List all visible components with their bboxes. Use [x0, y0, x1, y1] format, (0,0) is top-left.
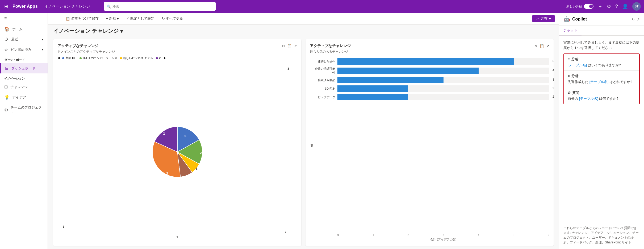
bar-value-1: 4 — [553, 69, 554, 72]
question-icon: ⊙ — [568, 90, 571, 96]
home-icon: 🏠 — [4, 27, 10, 32]
suggestion-link-2[interactable]: [テーブル名] — [579, 97, 598, 101]
expand-card1-icon[interactable]: ↗ — [294, 44, 297, 48]
bar-fill-4 — [337, 94, 408, 100]
suggestion-item-1[interactable]: ≡ 分析 先週作成した [テーブル名] はどれですか? — [564, 71, 639, 87]
copilot-header-actions: ↻ ↗ — [632, 17, 640, 21]
suggestion-link-1[interactable]: [テーブル名] — [589, 80, 609, 84]
suggestion-type-2: ⊙ 質問 — [568, 90, 635, 96]
copilot-tabs: チャット — [559, 26, 644, 36]
new-button[interactable]: + 新規 ▾ — [103, 15, 122, 22]
app-brand: Power Apps — [12, 4, 38, 9]
suggestion-link-0[interactable]: [テーブル名] — [568, 63, 587, 67]
bar-value-4: 2 — [553, 95, 554, 98]
sidebar-item-recent[interactable]: ⏱ 最近 ▾ — [0, 34, 48, 44]
refresh-card2-icon[interactable]: ↻ — [534, 44, 537, 48]
bar-chart-inner: 連携した操作 5 企業の持続可能性 4 接続済み製品 3 3D 印刷 2 ビッグ… — [314, 56, 549, 242]
pie-label-3: 3 — [287, 67, 289, 70]
card1-header: アクティブなチャレンジ ↻ 📋 ↗ — [57, 44, 297, 48]
sidebar-section-dashboard: ダッシュボード — [0, 55, 48, 63]
legend-item-2: 新しいビジネス モデル — [120, 56, 153, 60]
sidebar-collapse-btn[interactable]: ≡ — [0, 13, 48, 24]
sidebar-section-innovation: イノベーション — [0, 73, 48, 82]
back-button[interactable]: ← — [52, 15, 61, 22]
sidebar-item-pinned[interactable]: ☆ ピン留め済み ▾ — [0, 44, 48, 55]
bar-track-2: 3 — [337, 77, 549, 83]
svg-text:3: 3 — [184, 134, 186, 138]
copilot-header: 🤖 Copilot ↻ ↗ — [559, 13, 644, 26]
sidebar-item-dashboard[interactable]: ⊞ ダッシュボード — [0, 63, 48, 73]
sidebar-recent-label: 最近 — [11, 37, 18, 42]
suggestion-text-2: 自分の [テーブル名] は何ですか? — [568, 96, 635, 101]
sidebar-item-idea[interactable]: 💡 アイデア — [0, 92, 48, 102]
x-axis: 0 1 2 3 4 5 6 — [314, 233, 549, 236]
pie-label-1b: 1 — [176, 236, 178, 239]
legend-item-3: C — [156, 56, 161, 60]
page-title-bar: イノベーション チャレンジ ▾ — [48, 25, 559, 36]
copilot-intro: 実際に利用してみましょう。まず最初に以下の提案から１つを選択してください — [563, 40, 640, 50]
add-icon[interactable]: ＋ — [598, 3, 603, 10]
copilot-refresh-icon[interactable]: ↻ — [632, 17, 635, 21]
legend-dot-0 — [62, 57, 64, 59]
pie-label-2: 2 — [285, 230, 286, 234]
bar-fill-1 — [337, 68, 479, 74]
card2-title: アクティブなチャレンジ — [310, 44, 351, 48]
copilot-body: 実際に利用してみましょう。まず最初に以下の提案から１つを選択してください ≡ 分… — [559, 36, 644, 226]
sidebar-dashboard-label: ダッシュボード — [11, 66, 35, 71]
expand-card2-icon[interactable]: ↗ — [546, 44, 549, 48]
dashboard-icon: ⊞ — [5, 66, 9, 71]
sidebar-challenge-label: チャレンジ — [10, 85, 28, 89]
sidebar-item-challenge[interactable]: ⊞ チャレンジ — [0, 82, 48, 92]
help-icon[interactable]: ? — [615, 4, 618, 9]
bar-chart: 連携した操作 5 企業の持続可能性 4 接続済み製品 3 3D 印刷 2 ビッグ… — [314, 56, 549, 233]
set-default-button[interactable]: ✓ 既定として設定 — [124, 15, 157, 22]
share-icon: ↗ — [536, 17, 539, 21]
y-axis-label-container: 課題 — [310, 56, 314, 242]
chevron-share-icon: ▾ — [549, 17, 551, 21]
tab-chat[interactable]: チャット — [559, 26, 582, 35]
nav-actions: 新しい外観 ＋ ⚙ ? 👤 ST — [566, 2, 641, 11]
sidebar-item-home[interactable]: 🏠 ホーム — [0, 24, 48, 34]
card-active-challenges-pie: アクティブなチャレンジ ↻ 📋 ↗ ドメインごとのアクティブなチャレンジ ◀ 産… — [53, 39, 301, 246]
pie-chart-container: 3 2 1 2 1 3 1 2 1 — [57, 62, 297, 242]
copilot-expand-icon[interactable]: ↗ — [637, 17, 640, 21]
legend-nav-prev[interactable]: ◀ — [57, 56, 60, 60]
chevron-title-icon[interactable]: ▾ — [120, 28, 123, 34]
share-button[interactable]: ↗ 共有 ▾ — [532, 15, 555, 22]
search-input[interactable] — [112, 5, 213, 9]
page-title: イノベーション チャレンジ ▾ — [53, 27, 554, 35]
card2-icons: ↻ 📋 ↗ — [534, 44, 549, 48]
refresh-all-button[interactable]: ↻ すべて更新 — [159, 15, 186, 22]
bar-track-4: 2 — [337, 94, 549, 100]
bar-row-1: 企業の持続可能性 4 — [314, 67, 549, 75]
refresh-card1-icon[interactable]: ↻ — [282, 44, 285, 48]
sidebar-team-label: チームのプロジェクト — [11, 105, 43, 115]
copilot-title: 🤖 Copilot — [563, 16, 587, 22]
legend-nav-next[interactable]: ▶ — [164, 56, 166, 60]
dashboard-content: アクティブなチャレンジ ↻ 📋 ↗ ドメインごとのアクティブなチャレンジ ◀ 産… — [48, 36, 559, 249]
settings-icon[interactable]: ⚙ — [607, 3, 611, 9]
avatar[interactable]: ST — [632, 2, 641, 11]
save-button[interactable]: 📋 名前をつけて保存 — [63, 15, 101, 22]
toggle-track[interactable] — [584, 4, 593, 9]
pin-icon: ☆ — [4, 47, 8, 52]
sidebar-pinned-label: ピン留め済み — [11, 47, 31, 52]
search-box[interactable]: 🔍 — [104, 2, 216, 11]
suggestion-item-0[interactable]: ≡ 分析 [テーブル名] はいくつありますか? — [564, 54, 639, 70]
waffle-icon[interactable]: ⊞ — [3, 2, 9, 10]
export-card2-icon[interactable]: 📋 — [540, 44, 544, 48]
analysis-icon-0: ≡ — [568, 57, 570, 62]
sidebar-item-team-project[interactable]: ⚙ チームのプロジェクト — [0, 102, 48, 117]
export-card1-icon[interactable]: 📋 — [287, 44, 292, 48]
svg-text:1: 1 — [195, 167, 197, 171]
bar-row-4: ビッグデータ 2 — [314, 94, 549, 100]
idea-icon: 💡 — [4, 95, 10, 100]
bar-label-0: 連携した操作 — [314, 60, 335, 64]
profile-icon[interactable]: 👤 — [622, 3, 628, 9]
toolbar: ← 📋 名前をつけて保存 + 新規 ▾ ✓ 既定として設定 ↻ すべて更新 ↗ … — [48, 13, 559, 25]
suggestion-item-2[interactable]: ⊙ 質問 自分の [テーブル名] は何ですか? — [564, 88, 639, 104]
bar-label-4: ビッグデータ — [314, 95, 335, 99]
bar-fill-0 — [337, 58, 514, 65]
copilot-suggestions: ≡ 分析 [テーブル名] はいくつありますか? ≡ 分析 先週作成した — [563, 53, 640, 104]
new-look-toggle[interactable]: 新しい外観 — [566, 4, 593, 9]
